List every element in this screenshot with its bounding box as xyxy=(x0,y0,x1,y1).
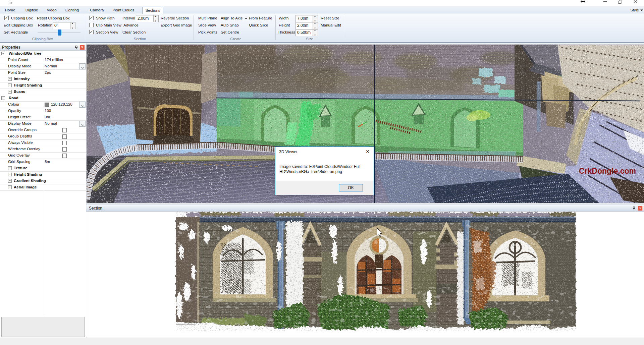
svg-text:CrkDongle.com: CrkDongle.com xyxy=(579,167,636,175)
